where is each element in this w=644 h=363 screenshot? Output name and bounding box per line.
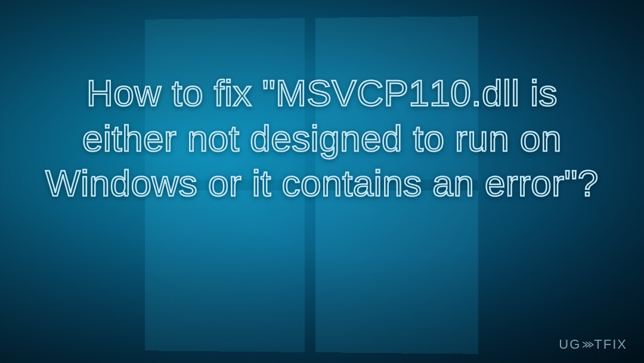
windows-logo-pane bbox=[315, 190, 478, 354]
watermark-arrows-icon: ⋙ bbox=[583, 338, 593, 351]
article-headline: How to fix "MSVCP110.dll is either not d… bbox=[0, 70, 644, 206]
watermark-prefix: UG bbox=[559, 337, 581, 352]
watermark-suffix: TFIX bbox=[594, 337, 627, 352]
site-watermark: UG⋙TFIX bbox=[559, 337, 627, 352]
windows-logo-pane bbox=[145, 190, 305, 352]
